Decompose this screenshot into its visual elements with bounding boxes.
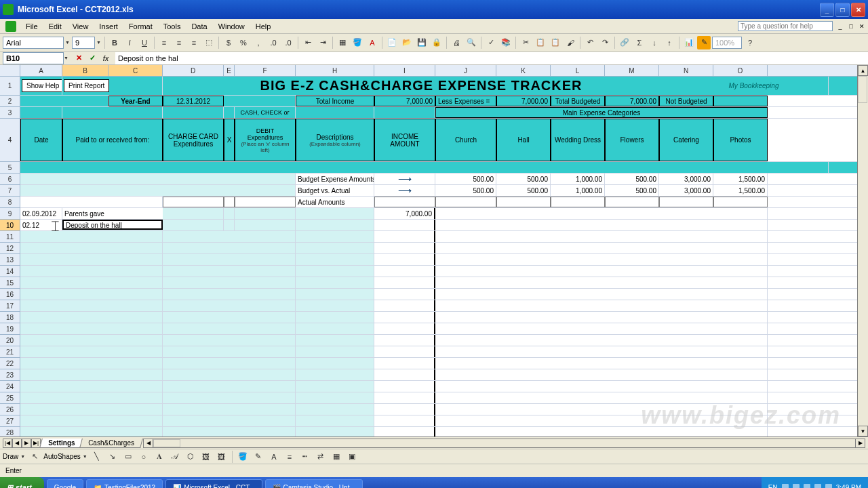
show-help-button[interactable]: Show Help bbox=[22, 79, 62, 92]
hyperlink-button[interactable]: 🔗 bbox=[618, 36, 631, 49]
col-E[interactable]: E bbox=[224, 65, 235, 76]
col-B[interactable]: B bbox=[62, 65, 108, 76]
decrease-indent-button[interactable]: ⇤ bbox=[301, 36, 315, 49]
scroll-thumb[interactable] bbox=[858, 76, 867, 103]
autosum-button[interactable]: Σ bbox=[633, 36, 646, 49]
tab-first-button[interactable]: |◀ bbox=[3, 439, 12, 448]
data-row[interactable] bbox=[20, 254, 868, 266]
row-12[interactable]: 12 bbox=[0, 243, 20, 254]
data-row[interactable] bbox=[20, 358, 868, 369]
undo-button[interactable]: ↶ bbox=[583, 36, 597, 49]
wordart-button[interactable]: 𝒜 bbox=[168, 450, 182, 464]
col-N[interactable]: N bbox=[659, 65, 713, 76]
research-button[interactable]: 📚 bbox=[499, 36, 513, 49]
col-C[interactable]: C bbox=[108, 65, 163, 76]
font-size-selector[interactable]: 9 bbox=[72, 37, 95, 49]
row-9[interactable]: 9 bbox=[0, 208, 20, 220]
row-19[interactable]: 19 bbox=[0, 323, 20, 335]
maximize-button[interactable]: □ bbox=[835, 3, 850, 17]
dash-style-button[interactable]: ┅ bbox=[298, 450, 312, 464]
select-all-corner[interactable] bbox=[0, 65, 20, 76]
tray-icon[interactable] bbox=[793, 484, 800, 488]
row-26[interactable]: 26 bbox=[0, 404, 20, 415]
name-box[interactable]: B10 bbox=[3, 52, 64, 64]
taskbar-folder[interactable]: 📁TestingFiles2012 bbox=[86, 479, 163, 488]
formula-input[interactable] bbox=[115, 52, 868, 64]
comma-button[interactable]: , bbox=[252, 36, 265, 49]
formula-enter-button[interactable]: ✓ bbox=[87, 53, 98, 64]
print-button[interactable]: 🖨 bbox=[450, 36, 463, 49]
data-row-9[interactable]: 02.09.2012 Parents gave 7,000.00 bbox=[20, 208, 868, 220]
print-report-button[interactable]: Print Report bbox=[64, 79, 109, 92]
clock[interactable]: 3:49 PM bbox=[836, 484, 861, 489]
col-F[interactable]: F bbox=[235, 65, 296, 76]
merge-button[interactable]: ⬚ bbox=[202, 36, 216, 49]
new-button[interactable]: 📄 bbox=[385, 36, 399, 49]
data-row[interactable] bbox=[20, 369, 868, 381]
workbook-minimize-button[interactable]: _ bbox=[835, 22, 845, 31]
data-row[interactable] bbox=[20, 277, 868, 289]
row-14[interactable]: 14 bbox=[0, 266, 20, 277]
paste-button[interactable]: 📋 bbox=[549, 36, 562, 49]
row-21[interactable]: 21 bbox=[0, 346, 20, 358]
shadow-button[interactable]: ▦ bbox=[330, 450, 343, 464]
size-dropdown-icon[interactable]: ▼ bbox=[96, 40, 102, 45]
scroll-right-button[interactable]: ▶ bbox=[855, 439, 865, 447]
fill-button[interactable]: 🪣 bbox=[236, 450, 250, 464]
data-row[interactable] bbox=[20, 243, 868, 254]
row-28[interactable]: 28 bbox=[0, 427, 20, 436]
copy-button[interactable]: 📋 bbox=[534, 36, 547, 49]
redo-button[interactable]: ↷ bbox=[598, 36, 612, 49]
row-20[interactable]: 20 bbox=[0, 335, 20, 346]
row-10[interactable]: 10 bbox=[0, 220, 20, 231]
increase-indent-button[interactable]: ⇥ bbox=[316, 36, 330, 49]
scroll-down-button[interactable]: ▼ bbox=[858, 426, 868, 436]
permission-button[interactable]: 🔒 bbox=[430, 36, 443, 49]
picture-button[interactable]: 🖼 bbox=[215, 450, 229, 464]
data-row[interactable] bbox=[20, 266, 868, 277]
line-button[interactable]: ╲ bbox=[90, 450, 104, 464]
open-button[interactable]: 📂 bbox=[400, 36, 414, 49]
close-button[interactable]: ✕ bbox=[851, 3, 865, 17]
system-tray[interactable]: EN 3:49 PM bbox=[762, 477, 868, 488]
decrease-decimal-button[interactable]: .0 bbox=[281, 36, 295, 49]
save-button[interactable]: 💾 bbox=[415, 36, 429, 49]
spell-check-button[interactable]: ✓ bbox=[484, 36, 498, 49]
tray-icon[interactable] bbox=[814, 484, 821, 488]
data-row[interactable] bbox=[20, 312, 868, 323]
help-search[interactable] bbox=[738, 21, 833, 31]
data-row[interactable] bbox=[20, 415, 868, 427]
data-row[interactable] bbox=[20, 404, 868, 415]
diagram-button[interactable]: ⬡ bbox=[184, 450, 197, 464]
row-13[interactable]: 13 bbox=[0, 254, 20, 266]
tray-icon[interactable] bbox=[825, 484, 832, 488]
row-5[interactable]: 5 bbox=[0, 162, 20, 174]
rectangle-button[interactable]: ▭ bbox=[121, 450, 135, 464]
workbook-close-button[interactable]: ✕ bbox=[857, 22, 867, 31]
minimize-button[interactable]: _ bbox=[820, 3, 834, 17]
tray-icon[interactable] bbox=[804, 484, 810, 488]
print-preview-button[interactable]: 🔍 bbox=[465, 36, 478, 49]
italic-button[interactable]: I bbox=[123, 36, 136, 49]
cells-area[interactable]: Show Help Print Report BIG E-Z CASH&CHAR… bbox=[20, 77, 868, 436]
currency-button[interactable]: $ bbox=[222, 36, 235, 49]
data-row[interactable] bbox=[20, 335, 868, 346]
align-right-button[interactable]: ≡ bbox=[187, 36, 201, 49]
data-row[interactable] bbox=[20, 346, 868, 358]
spreadsheet-grid[interactable]: A B C D E F H I J K L M N O 1 2 3 4 5 6 … bbox=[0, 65, 868, 436]
tab-cash-charges[interactable]: Cash&Charges bbox=[80, 439, 144, 448]
menu-insert[interactable]: Insert bbox=[94, 21, 123, 32]
data-row[interactable] bbox=[20, 381, 868, 392]
chart-button[interactable]: 📊 bbox=[682, 36, 696, 49]
col-H[interactable]: H bbox=[296, 65, 374, 76]
row-8[interactable]: 8 bbox=[0, 197, 20, 208]
align-left-button[interactable]: ≡ bbox=[157, 36, 171, 49]
fx-button[interactable]: fx bbox=[100, 53, 111, 64]
textbox-button[interactable]: 𝐀 bbox=[153, 450, 166, 464]
col-M[interactable]: M bbox=[605, 65, 659, 76]
row-7[interactable]: 7 bbox=[0, 185, 20, 197]
tab-prev-button[interactable]: ◀ bbox=[12, 439, 22, 448]
col-O[interactable]: O bbox=[713, 65, 768, 76]
help-button[interactable]: ? bbox=[743, 36, 757, 49]
scroll-up-button[interactable]: ▲ bbox=[858, 65, 868, 76]
